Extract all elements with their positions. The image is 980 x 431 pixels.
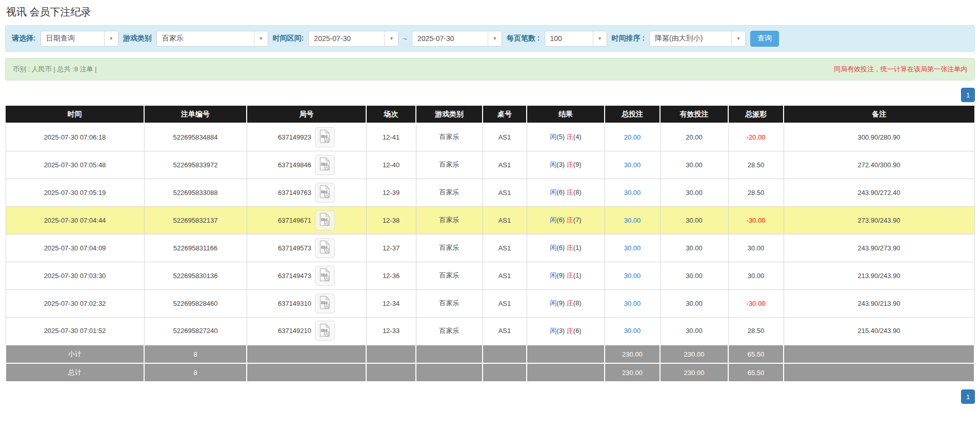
column-header: 有效投注	[660, 106, 728, 123]
round-number-cell: 637149310	[247, 289, 366, 317]
game-type-cell: 百家乐	[416, 123, 483, 151]
total-bet-link[interactable]: 30.00	[624, 300, 641, 307]
table-row[interactable]: 2025-07-30 07:02:32522695828460637149310…	[6, 289, 974, 317]
summary-empty-cell	[366, 363, 416, 382]
round-number-wrap: 637149846	[278, 155, 335, 175]
total-bet-link[interactable]: 30.00	[624, 217, 641, 224]
session-cell: 12-36	[366, 262, 416, 289]
result-banker: 庄	[567, 327, 573, 335]
table-number-cell: AS1	[483, 262, 527, 289]
result-score: (9)	[573, 161, 582, 168]
round-number-cell: 637149573	[247, 234, 366, 262]
video-playback-button[interactable]	[315, 210, 335, 230]
info-bar: 币别 : 人民币 | 总共 :8 注单 | 同局有效投注，统一计算在该局第一张注…	[5, 58, 975, 81]
time-cell: 2025-07-30 07:04:09	[6, 234, 144, 262]
round-number: 637149310	[278, 300, 311, 307]
chevron-down-icon: ▼	[254, 31, 268, 46]
result-player: 闲	[550, 216, 556, 224]
column-header: 总派彩	[728, 106, 784, 123]
payout-cell: 28.50	[728, 151, 784, 179]
game-type-cell: 百家乐	[416, 289, 483, 317]
result-cell: 闲(9) 庄(1)	[527, 262, 605, 289]
result-score: (8)	[573, 299, 582, 307]
column-header: 局号	[247, 106, 366, 123]
total-bet-link[interactable]: 20.00	[624, 133, 641, 141]
table-row[interactable]: 2025-07-30 07:01:52522695827240637149210…	[6, 317, 974, 345]
remark-cell: 215.40/243.90	[784, 317, 974, 345]
total-bet-link[interactable]: 30.00	[624, 161, 641, 169]
video-playback-button[interactable]	[315, 293, 335, 314]
table-row[interactable]: 2025-07-30 07:05:48522695833972637149846…	[6, 151, 974, 179]
time-sort-select[interactable]: 降冪(由大到小) ▼	[649, 31, 746, 47]
table-number-cell: AS1	[483, 234, 527, 262]
result-banker: 庄	[567, 216, 573, 224]
total-bet-link[interactable]: 30.00	[624, 327, 641, 335]
bet-number-cell: 522695830136	[144, 262, 247, 289]
video-playback-button[interactable]	[315, 238, 335, 258]
total-bet-cell: 30.00	[605, 234, 660, 262]
total-bet-link[interactable]: 30.00	[624, 189, 641, 197]
column-header: 场次	[366, 106, 416, 123]
payout-cell: -30.00	[728, 206, 784, 234]
table-row[interactable]: 2025-07-30 07:05:19522695833088637149763…	[6, 179, 974, 206]
result-score: (6)	[556, 216, 565, 224]
column-header: 结果	[527, 106, 605, 123]
table-row[interactable]: 2025-07-30 07:06:18522695834884637149923…	[6, 123, 974, 151]
summary-empty-cell	[784, 363, 974, 382]
result-score: (3)	[556, 161, 565, 168]
game-category-label: 游戏类别	[123, 34, 152, 43]
valid-bet-cell: 30.00	[660, 179, 728, 206]
remark-cell: 243.90/213.90	[784, 289, 974, 317]
result-cell: 闲(5) 庄(4)	[527, 123, 605, 151]
result-score: (1)	[573, 271, 582, 279]
round-number-cell: 637149473	[247, 262, 366, 289]
table-row[interactable]: 2025-07-30 07:04:09522695831166637149573…	[6, 234, 974, 262]
page-size-label: 每页笔数 :	[507, 34, 540, 43]
table-row[interactable]: 2025-07-30 07:04:44522695832137637149671…	[6, 206, 974, 234]
round-number: 637149210	[278, 327, 311, 335]
query-type-select[interactable]: 日期查询 ▼	[41, 31, 118, 47]
round-number: 637149846	[278, 161, 311, 169]
result-cell: 闲(3) 庄(9)	[527, 151, 605, 179]
page-1-button[interactable]: 1	[961, 88, 975, 102]
round-number: 637149671	[278, 217, 311, 224]
video-playback-button[interactable]	[315, 155, 335, 175]
date-range-separator: ~	[403, 35, 407, 43]
page-1-button[interactable]: 1	[961, 389, 975, 404]
game-type-cell: 百家乐	[416, 234, 483, 262]
time-cell: 2025-07-30 07:05:48	[6, 151, 144, 179]
total-bet-link[interactable]: 30.00	[624, 244, 641, 252]
betting-records-table: 时间注单编号局号场次游戏类别桌号结果总投注有效投注总派彩备注 2025-07-3…	[5, 106, 975, 382]
video-playback-button[interactable]	[315, 266, 335, 286]
video-playback-button[interactable]	[315, 321, 335, 341]
session-cell: 12-33	[366, 317, 416, 345]
column-header: 桌号	[483, 106, 527, 123]
game-category-select[interactable]: 百家乐 ▼	[156, 31, 268, 47]
summary-empty-cell	[416, 363, 483, 382]
total-bet-link[interactable]: 30.00	[624, 272, 641, 280]
session-cell: 12-39	[366, 179, 416, 206]
valid-bet-cell: 30.00	[660, 206, 728, 234]
pagination-bottom: 1	[5, 389, 975, 404]
date-from-select[interactable]: 2025-07-30 ▼	[308, 31, 398, 47]
page-title: 视讯 会员下注纪录	[5, 3, 975, 25]
chevron-down-icon: ▼	[731, 31, 745, 46]
table-row[interactable]: 2025-07-30 07:03:30522695830136637149473…	[6, 262, 974, 289]
column-header: 备注	[784, 106, 974, 123]
page-size-select[interactable]: 100 ▼	[545, 31, 607, 47]
video-playback-button[interactable]	[315, 183, 335, 203]
video-playback-button[interactable]	[315, 127, 335, 147]
result-score: (8)	[573, 188, 582, 196]
result-banker: 庄	[567, 299, 573, 307]
table-number-cell: AS1	[483, 179, 527, 206]
date-to-select[interactable]: 2025-07-30 ▼	[412, 31, 502, 47]
search-button[interactable]: 查询	[750, 31, 779, 47]
round-number-wrap: 637149573	[278, 238, 335, 258]
payout-cell: 28.50	[728, 179, 784, 206]
result-score: (6)	[556, 244, 565, 251]
bet-number-cell: 522695828460	[144, 289, 247, 317]
table-number-cell: AS1	[483, 151, 527, 179]
column-header: 时间	[6, 106, 144, 123]
summary-valid-bet-cell: 230.00	[660, 363, 728, 382]
video-record-icon	[318, 296, 331, 311]
